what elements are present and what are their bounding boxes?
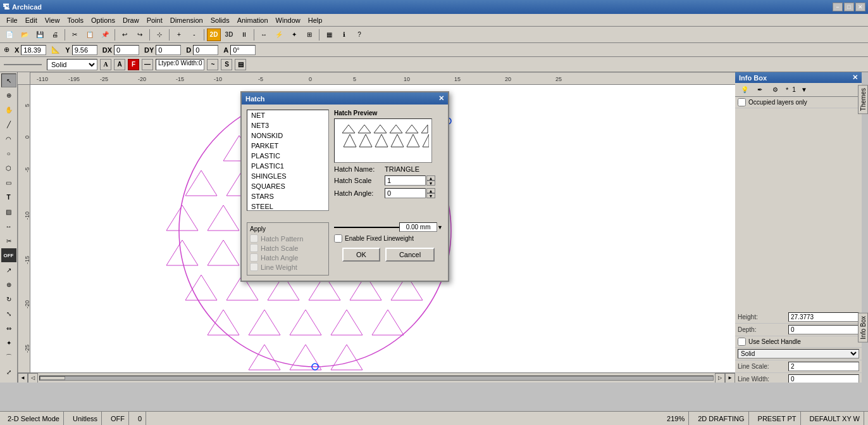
font-a1-button[interactable]: A — [100, 59, 111, 70]
scroll-thumb[interactable] — [40, 376, 65, 380]
hatch-item-net3[interactable]: NET3 — [247, 120, 328, 130]
hatch-scale-up[interactable]: ▲ — [426, 175, 435, 181]
tool2-button[interactable]: ⚡ — [272, 29, 286, 41]
circle-tool[interactable]: ○ — [1, 146, 16, 160]
zoom-out-button[interactable]: - — [187, 29, 201, 41]
pause-button[interactable]: ⏸ — [237, 29, 251, 41]
menu-point[interactable]: Point — [143, 15, 166, 25]
cancel-button[interactable]: Cancel — [385, 248, 435, 262]
mirror-tool[interactable]: ⇔ — [1, 321, 16, 335]
menu-dimension[interactable]: Dimension — [166, 15, 207, 25]
menu-solids[interactable]: Solids — [207, 15, 233, 25]
wave-button[interactable]: ~ — [207, 59, 218, 70]
hatch-item-parket[interactable]: PARKET — [247, 141, 328, 151]
scroll-left-button[interactable]: ◄ — [18, 373, 28, 383]
arc-tool[interactable]: ◠ — [1, 132, 16, 146]
undo-button[interactable]: ↩ — [118, 29, 132, 41]
scroll-prev-button[interactable]: ◁ — [28, 373, 38, 383]
linetype-select[interactable]: Solid — [47, 59, 97, 70]
print-button[interactable]: 🖨 — [48, 29, 62, 41]
close-button[interactable]: ✕ — [855, 3, 865, 11]
polygon-tool[interactable]: ⬡ — [1, 161, 16, 175]
help-button[interactable]: ? — [352, 29, 366, 41]
zoom-tool[interactable]: ⊕ — [1, 88, 16, 102]
font-f-button[interactable]: F — [128, 59, 139, 70]
line-tool[interactable]: ╱ — [1, 117, 16, 131]
themes-tab[interactable]: Themes — [858, 85, 868, 114]
occupied-layers-checkbox[interactable] — [738, 98, 746, 106]
maximize-button[interactable]: □ — [844, 3, 854, 11]
info-box-tab[interactable]: Info Box — [858, 313, 868, 343]
text-tool[interactable]: T — [1, 190, 16, 204]
ok-button[interactable]: OK — [342, 248, 380, 262]
scroll-right-button[interactable]: ► — [725, 373, 735, 383]
font-a2-button[interactable]: A — [114, 59, 125, 70]
hatch-angle-down[interactable]: ▼ — [426, 193, 435, 198]
apply-scale-checkbox[interactable] — [250, 244, 258, 252]
scale-tool[interactable]: ⤡ — [1, 307, 16, 320]
scroll-track[interactable] — [39, 376, 714, 381]
menu-window[interactable]: Window — [272, 15, 304, 25]
hatch-item-plastic1[interactable]: PLASTIC1 — [247, 161, 328, 171]
lineweight-dropdown[interactable]: ▼ — [437, 224, 443, 231]
open-button[interactable]: 📂 — [18, 29, 32, 41]
menu-view[interactable]: View — [41, 15, 64, 25]
hatch-scale-input[interactable] — [385, 175, 426, 186]
select-handle-checkbox[interactable] — [738, 338, 746, 346]
menu-help[interactable]: Help — [304, 15, 326, 25]
cut-button[interactable]: ✂ — [68, 29, 82, 41]
solid-select[interactable]: Solid — [738, 349, 859, 358]
hatch-tool[interactable]: ▨ — [1, 205, 16, 219]
menu-edit[interactable]: Edit — [22, 15, 41, 25]
tool1-button[interactable]: ↔ — [257, 29, 271, 41]
tool3-button[interactable]: ✦ — [287, 29, 301, 41]
apply-angle-checkbox[interactable] — [250, 253, 258, 262]
pan-tool[interactable]: ✋ — [1, 103, 16, 117]
menu-animation[interactable]: Animation — [233, 15, 272, 25]
hatch-scale-down[interactable]: ▼ — [426, 181, 435, 186]
menu-tools[interactable]: Tools — [63, 15, 87, 25]
ib-dropdown-btn[interactable]: ▼ — [797, 84, 811, 96]
apply-pattern-checkbox[interactable] — [250, 234, 258, 243]
menu-options[interactable]: Options — [87, 15, 119, 25]
menu-draw[interactable]: Draw — [119, 15, 143, 25]
redo-button[interactable]: ↪ — [133, 29, 147, 41]
hatch-item-nonskid[interactable]: NONSKID — [247, 130, 328, 141]
explode-tool[interactable]: ⤢ — [1, 365, 16, 379]
2d-view-button[interactable]: 2D — [207, 29, 221, 41]
layer-button[interactable]: ▦ — [322, 29, 336, 41]
select-tool[interactable]: ↖ — [1, 73, 16, 87]
copy-button[interactable]: 📋 — [83, 29, 97, 41]
stamp-button[interactable]: ▤ — [235, 59, 246, 70]
title-bar-controls[interactable]: − □ ✕ — [833, 3, 865, 11]
new-button[interactable]: 📄 — [3, 29, 16, 41]
hatch-list[interactable]: NET NET3 NONSKID PARKET PLASTIC PLASTIC1… — [247, 110, 329, 211]
rotate-tool[interactable]: ↻ — [1, 292, 16, 306]
info-box-close-icon[interactable]: ✕ — [852, 73, 858, 82]
enable-fixed-checkbox[interactable] — [334, 234, 342, 243]
apply-lineweight-checkbox[interactable] — [250, 263, 258, 271]
zoom-in-button[interactable]: + — [172, 29, 186, 41]
hatch-item-plastic[interactable]: PLASTIC — [247, 151, 328, 161]
hatch-item-squares[interactable]: SQUARES — [247, 181, 328, 191]
ib-setting-icon[interactable]: ⚙ — [768, 84, 782, 96]
off-button[interactable]: OFF — [1, 248, 16, 262]
hatch-angle-input[interactable] — [385, 188, 426, 198]
node-tool[interactable]: ✦ — [1, 336, 16, 350]
info-button[interactable]: ℹ — [337, 29, 351, 41]
dimension-tool[interactable]: ↔ — [1, 219, 16, 233]
rect-tool[interactable]: ▭ — [1, 175, 16, 189]
pen-button[interactable]: S — [221, 59, 232, 70]
hatch-angle-up[interactable]: ▲ — [426, 188, 435, 193]
snap-button[interactable]: ⊹ — [152, 29, 166, 41]
hatch-item-stars[interactable]: STARS — [247, 191, 328, 201]
grid-button[interactable]: ⊞ — [302, 29, 316, 41]
ib-pen-icon[interactable]: ✒ — [753, 84, 767, 96]
menu-file[interactable]: File — [3, 15, 22, 25]
hatch-item-shingles[interactable]: SHINGLES — [247, 171, 328, 181]
fillet-tool[interactable]: ⌒ — [1, 350, 16, 364]
hatch-item-steel[interactable]: STEEL — [247, 201, 328, 211]
ib-bulb-icon[interactable]: 💡 — [738, 84, 752, 96]
minimize-button[interactable]: − — [833, 3, 843, 11]
font-dash-button[interactable]: — — [142, 59, 153, 70]
